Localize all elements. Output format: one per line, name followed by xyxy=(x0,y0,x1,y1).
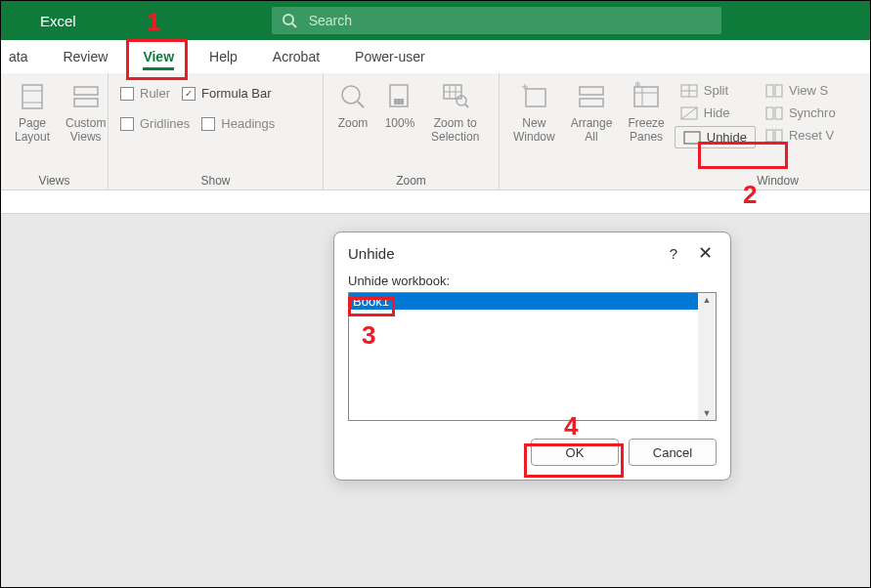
tab-review[interactable]: Review xyxy=(45,40,125,72)
svg-rect-32 xyxy=(766,85,773,97)
tab-help[interactable]: Help xyxy=(192,40,255,72)
app-name: Excel xyxy=(40,13,76,29)
zoom-button[interactable]: Zoom xyxy=(329,77,376,134)
dialog-label: Unhide workbook: xyxy=(348,273,717,288)
checkbox-icon xyxy=(201,117,215,131)
gridlines-checkbox[interactable]: Gridlines xyxy=(114,113,196,134)
search-input[interactable] xyxy=(309,13,712,28)
view-side-icon xyxy=(765,84,783,98)
svg-rect-17 xyxy=(526,89,545,106)
zoom-to-selection-button[interactable]: Zoom to Selection xyxy=(423,77,487,147)
svg-rect-5 xyxy=(74,87,98,95)
svg-line-1 xyxy=(292,23,296,27)
formula-bar[interactable] xyxy=(1,190,870,214)
zoom-selection-icon xyxy=(440,81,471,112)
dialog-title: Unhide xyxy=(348,245,662,262)
svg-point-0 xyxy=(283,15,293,24)
custom-views-icon xyxy=(70,81,102,112)
list-item[interactable]: Book1 xyxy=(349,293,698,310)
ruler-checkbox[interactable]: Ruler xyxy=(114,83,176,104)
new-window-icon xyxy=(518,81,549,112)
dialog-close-button[interactable]: ✕ xyxy=(693,242,717,264)
svg-rect-10 xyxy=(394,99,404,105)
freeze-panes-button[interactable]: ❄ Freeze Panes xyxy=(620,77,672,147)
svg-rect-6 xyxy=(74,99,98,106)
svg-rect-35 xyxy=(775,107,782,119)
hide-icon xyxy=(680,106,698,120)
ribbon-tabs: ata Review View Help Acrobat Power-user xyxy=(1,40,870,73)
svg-text:❄: ❄ xyxy=(634,81,641,89)
arrange-all-button[interactable]: Arrange All xyxy=(563,77,621,147)
svg-rect-21 xyxy=(580,99,603,106)
group-label-zoom: Zoom xyxy=(329,172,493,189)
unhide-button[interactable]: Unhide xyxy=(675,126,756,148)
group-label-show: Show xyxy=(114,172,317,189)
titlebar: Excel xyxy=(1,1,870,40)
svg-rect-31 xyxy=(684,132,700,144)
page-layout-button[interactable]: Page Layout xyxy=(7,77,58,147)
search-icon xyxy=(282,13,297,28)
scroll-up-icon[interactable]: ▲ xyxy=(703,295,712,305)
svg-rect-20 xyxy=(580,87,603,95)
svg-rect-33 xyxy=(775,85,782,97)
group-label-window: Window xyxy=(505,172,864,189)
svg-point-7 xyxy=(342,86,360,104)
svg-line-8 xyxy=(358,102,364,107)
page-layout-icon xyxy=(17,81,48,112)
formula-bar-checkbox[interactable]: ✓Formula Bar xyxy=(176,83,278,104)
zoom-100-icon xyxy=(384,81,415,112)
hide-button[interactable]: Hide xyxy=(675,104,756,122)
unhide-dialog: Unhide ? ✕ Unhide workbook: Book1 ▲ ▼ OK… xyxy=(333,231,731,481)
unhide-icon xyxy=(683,131,701,145)
workbook-listbox[interactable]: Book1 ▲ ▼ xyxy=(348,292,717,421)
arrange-all-icon xyxy=(576,81,607,112)
new-window-button[interactable]: New Window xyxy=(505,77,563,147)
view-side-button[interactable]: View S xyxy=(760,81,842,100)
checkbox-icon xyxy=(120,87,134,101)
zoom-icon xyxy=(337,81,369,112)
ribbon: Page Layout Custom Views Views Ruler ✓Fo… xyxy=(1,73,870,190)
headings-checkbox[interactable]: Headings xyxy=(196,113,281,134)
dialog-help-button[interactable]: ? xyxy=(662,245,685,262)
synchronous-button[interactable]: Synchro xyxy=(760,104,842,122)
search-box[interactable] xyxy=(272,7,721,34)
split-button[interactable]: Split xyxy=(675,81,756,100)
svg-rect-2 xyxy=(22,85,42,108)
freeze-panes-icon: ❄ xyxy=(631,81,662,112)
checkbox-checked-icon: ✓ xyxy=(182,87,196,101)
group-label-views: Views xyxy=(7,172,102,189)
svg-line-30 xyxy=(681,107,697,119)
tab-data[interactable]: ata xyxy=(1,40,45,72)
svg-rect-37 xyxy=(775,130,782,142)
tab-poweruser[interactable]: Power-user xyxy=(337,40,443,72)
reset-window-button[interactable]: Reset V xyxy=(760,126,842,145)
svg-rect-34 xyxy=(766,107,773,119)
ok-button[interactable]: OK xyxy=(531,439,619,466)
scroll-down-icon[interactable]: ▼ xyxy=(703,408,712,418)
svg-rect-36 xyxy=(766,130,773,142)
tab-acrobat[interactable]: Acrobat xyxy=(255,40,337,72)
reset-icon xyxy=(765,129,783,143)
checkbox-icon xyxy=(120,117,134,131)
svg-line-16 xyxy=(465,105,468,107)
tab-view[interactable]: View xyxy=(125,40,192,72)
split-icon xyxy=(680,84,698,98)
scrollbar[interactable]: ▲ ▼ xyxy=(698,293,716,420)
cancel-button[interactable]: Cancel xyxy=(629,439,717,466)
zoom-100-button[interactable]: 100% xyxy=(376,77,423,134)
custom-views-button[interactable]: Custom Views xyxy=(58,77,113,147)
svg-rect-22 xyxy=(634,87,658,106)
sync-icon xyxy=(765,106,783,120)
